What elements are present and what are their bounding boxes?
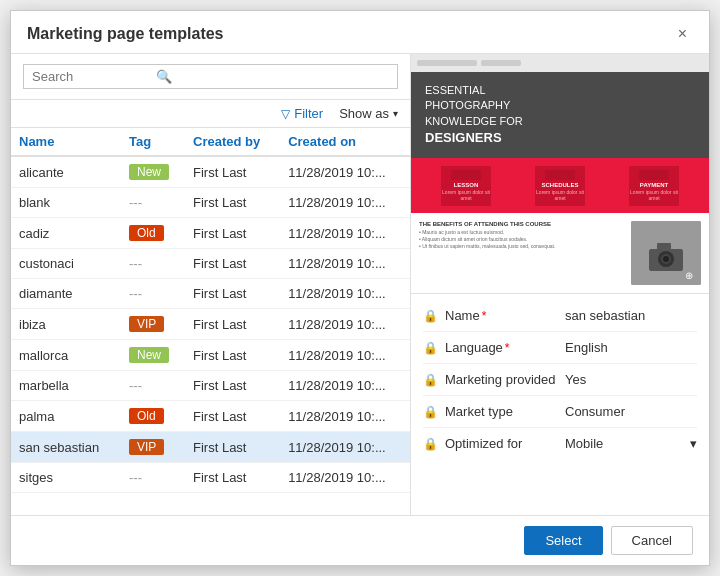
preview-strip: LESSON Lorem ipsum dolor sit amet SCHEDU…: [411, 158, 709, 213]
col-tag[interactable]: Tag: [121, 128, 185, 156]
strip-card-label-lesson: LESSON: [454, 182, 479, 188]
table-row[interactable]: san sebastianVIPFirst Last11/28/2019 10:…: [11, 432, 410, 463]
tag-badge: VIP: [129, 316, 164, 332]
cell-tag: ---: [121, 249, 185, 279]
strip-card-schedules: SCHEDULES Lorem ipsum dolor sit amet: [535, 166, 585, 206]
cell-name: mallorca: [11, 340, 121, 371]
table-row[interactable]: ibizaVIPFirst Last11/28/2019 10:...: [11, 309, 410, 340]
table-body: alicanteNewFirst Last11/28/2019 10:...bl…: [11, 156, 410, 493]
search-icon: 🔍: [156, 69, 172, 84]
cell-created-on: 11/28/2019 10:...: [280, 432, 410, 463]
cell-created-on: 11/28/2019 10:...: [280, 218, 410, 249]
table-row[interactable]: diamante---First Last11/28/2019 10:...: [11, 279, 410, 309]
cell-tag: ---: [121, 371, 185, 401]
tag-none: ---: [129, 470, 142, 485]
cell-created-on: 11/28/2019 10:...: [280, 401, 410, 432]
preview-line2: PHOTOGRAPHY: [425, 99, 510, 111]
dialog-header: Marketing page templates ×: [11, 11, 709, 54]
cell-created-on: 11/28/2019 10:...: [280, 249, 410, 279]
cell-name: palma: [11, 401, 121, 432]
cell-created-on: 11/28/2019 10:...: [280, 156, 410, 188]
left-panel: 🔍 ▽ Filter Show as ▾: [11, 54, 411, 515]
cell-name: marbella: [11, 371, 121, 401]
preview-hero: ESSENTIAL PHOTOGRAPHY KNOWLEDGE FOR DESI…: [411, 72, 709, 158]
strip-card-top-schedules: [545, 170, 575, 180]
cell-tag: VIP: [121, 309, 185, 340]
table-row[interactable]: custonaci---First Last11/28/2019 10:...: [11, 249, 410, 279]
prop-label-optimized: Optimized for: [445, 436, 565, 451]
preview-camera-image: ⊕: [631, 221, 701, 285]
strip-card-text-payment: Lorem ipsum dolor sit amet: [629, 189, 679, 201]
cell-created-on: 11/28/2019 10:...: [280, 309, 410, 340]
table-row[interactable]: alicanteNewFirst Last11/28/2019 10:...: [11, 156, 410, 188]
cell-created-by: First Last: [185, 218, 280, 249]
strip-card-text-lesson: Lorem ipsum dolor sit amet: [441, 189, 491, 201]
strip-card-text-schedules: Lorem ipsum dolor sit amet: [535, 189, 585, 201]
table-header: Name Tag Created by Created on: [11, 128, 410, 156]
lock-icon-market-type: 🔒: [423, 405, 439, 419]
strip-card-lesson: LESSON Lorem ipsum dolor sit amet: [441, 166, 491, 206]
required-star-language: *: [505, 341, 510, 355]
preview-inner: ESSENTIAL PHOTOGRAPHY KNOWLEDGE FOR DESI…: [411, 54, 709, 293]
table-row[interactable]: blank---First Last11/28/2019 10:...: [11, 188, 410, 218]
col-created-on[interactable]: Created on: [280, 128, 410, 156]
tag-badge: VIP: [129, 439, 164, 455]
preview-line3: KNOWLEDGE FOR: [425, 115, 523, 127]
prop-value-name: san sebastian: [565, 308, 697, 323]
preview-bottom: THE BENEFITS OF ATTENDING THIS COURSE • …: [411, 213, 709, 293]
cell-tag: Old: [121, 401, 185, 432]
svg-point-5: [663, 256, 669, 262]
close-button[interactable]: ×: [672, 23, 693, 45]
cell-created-by: First Last: [185, 249, 280, 279]
chevron-down-icon: ▾: [393, 108, 398, 119]
strip-card-label-payment: PAYMENT: [640, 182, 668, 188]
cell-created-on: 11/28/2019 10:...: [280, 340, 410, 371]
cell-created-by: First Last: [185, 279, 280, 309]
prop-optimized-for: 🔒 Optimized for Mobile ▾: [423, 428, 697, 459]
dialog-body: 🔍 ▽ Filter Show as ▾: [11, 54, 709, 515]
strip-card-top-payment: [639, 170, 669, 180]
prop-value-optimized[interactable]: Mobile ▾: [565, 436, 697, 451]
tag-none: ---: [129, 256, 142, 271]
prop-name: 🔒 Name * san sebastian: [423, 300, 697, 332]
cell-created-by: First Last: [185, 463, 280, 493]
prop-language: 🔒 Language * English: [423, 332, 697, 364]
col-created-by[interactable]: Created by: [185, 128, 280, 156]
cell-created-by: First Last: [185, 371, 280, 401]
tag-none: ---: [129, 286, 142, 301]
table-row[interactable]: mallorcaNewFirst Last11/28/2019 10:...: [11, 340, 410, 371]
dialog: Marketing page templates × 🔍 ▽ Filter: [10, 10, 710, 566]
col-name[interactable]: Name: [11, 128, 121, 156]
search-input-wrap: 🔍: [23, 64, 398, 89]
preview-bottom-text: THE BENEFITS OF ATTENDING THIS COURSE • …: [419, 221, 623, 285]
cell-created-by: First Last: [185, 340, 280, 371]
table-row[interactable]: palmaOldFirst Last11/28/2019 10:...: [11, 401, 410, 432]
cell-name: blank: [11, 188, 121, 218]
search-input[interactable]: [32, 69, 152, 84]
tag-badge: Old: [129, 225, 164, 241]
preview-header-bar: [411, 54, 709, 72]
cell-name: custonaci: [11, 249, 121, 279]
table-row[interactable]: marbella---First Last11/28/2019 10:...: [11, 371, 410, 401]
prop-market-type: 🔒 Market type Consumer: [423, 396, 697, 428]
preview-header-dot1: [417, 60, 477, 66]
prop-value-optimized-text: Mobile: [565, 436, 603, 451]
cell-name: sitges: [11, 463, 121, 493]
table-row[interactable]: cadizOldFirst Last11/28/2019 10:...: [11, 218, 410, 249]
table-row[interactable]: sitges---First Last11/28/2019 10:...: [11, 463, 410, 493]
cell-tag: ---: [121, 279, 185, 309]
show-as-label: Show as: [339, 106, 389, 121]
cancel-button[interactable]: Cancel: [611, 526, 693, 555]
show-as-button[interactable]: Show as ▾: [339, 106, 398, 121]
props-section: 🔒 Name * san sebastian 🔒 Language * Engl…: [411, 294, 709, 515]
select-button[interactable]: Select: [524, 526, 602, 555]
preview-line-bold: DESIGNERS: [425, 130, 502, 145]
prop-value-language: English: [565, 340, 697, 355]
preview-bottom-p1: • Mauris ac justo a est luctus euismod.: [419, 229, 623, 236]
lock-icon-marketing: 🔒: [423, 373, 439, 387]
template-table: Name Tag Created by Created on alicanteN…: [11, 128, 410, 515]
filter-button[interactable]: ▽ Filter: [281, 106, 323, 121]
prop-label-language: Language *: [445, 340, 565, 355]
search-bar: 🔍: [11, 54, 410, 100]
cell-tag: ---: [121, 188, 185, 218]
